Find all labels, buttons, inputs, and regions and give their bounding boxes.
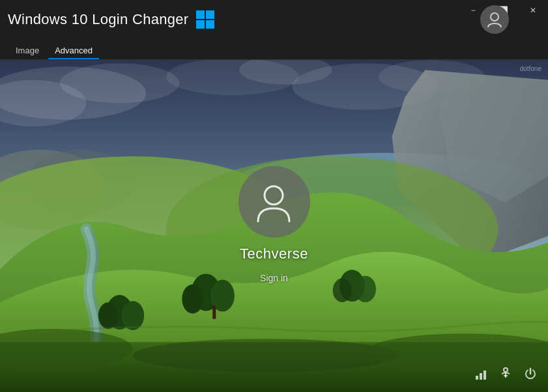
user-avatar-button[interactable] (480, 5, 509, 34)
login-user-icon (253, 181, 295, 223)
menu-item-image[interactable]: Image (9, 42, 46, 59)
svg-point-29 (333, 279, 352, 303)
svg-rect-36 (480, 373, 482, 380)
svg-rect-0 (196, 10, 205, 19)
watermark: dotfone (520, 65, 541, 72)
svg-point-28 (354, 275, 376, 302)
close-button[interactable]: ✕ (518, 0, 548, 21)
power-icon (523, 367, 538, 384)
svg-point-38 (504, 368, 508, 372)
title-bar: Windows 10 Login Changer − ⬜ ✕ (0, 0, 548, 39)
svg-point-26 (98, 302, 119, 329)
svg-rect-23 (212, 305, 216, 318)
menu-item-advanced[interactable]: Advanced (48, 42, 99, 59)
svg-rect-37 (483, 371, 486, 380)
svg-point-22 (182, 285, 203, 314)
accessibility-icon (498, 367, 513, 384)
preview-area: dotfone Techverse Sign in (0, 60, 548, 392)
username-display: Techverse (240, 245, 308, 262)
app-title: Windows 10 Login Changer (8, 11, 188, 28)
svg-rect-35 (476, 376, 478, 380)
windows-logo-icon (195, 9, 216, 30)
login-overlay: Techverse Sign in (238, 166, 310, 286)
user-icon (485, 10, 504, 29)
svg-point-34 (265, 186, 283, 204)
svg-rect-3 (206, 20, 214, 29)
svg-point-4 (491, 13, 498, 21)
svg-rect-1 (206, 10, 214, 19)
menu-bar: Image Advanced (0, 39, 548, 60)
avatar-circle (238, 166, 310, 238)
network-icon (474, 367, 488, 384)
signin-button[interactable]: Sign in (255, 270, 293, 286)
bottom-icons-bar (474, 367, 538, 384)
svg-point-25 (122, 301, 145, 330)
svg-point-32 (133, 339, 399, 372)
svg-rect-2 (196, 20, 205, 29)
